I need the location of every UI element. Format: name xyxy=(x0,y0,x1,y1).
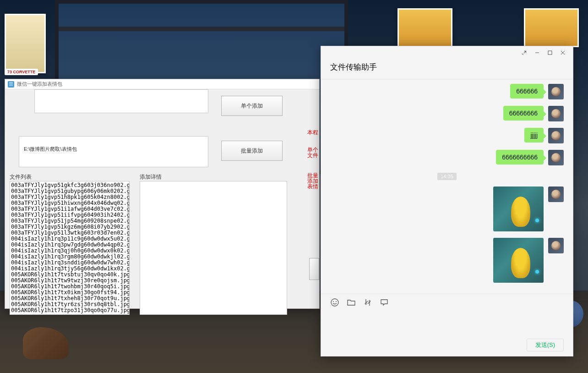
avatar[interactable] xyxy=(548,128,564,143)
chat-toolbar xyxy=(321,294,573,310)
hint-text: 本程 xyxy=(307,129,318,137)
message-bubble[interactable]: 666666 xyxy=(510,84,544,99)
send-button[interactable]: 发送(S) xyxy=(527,339,564,351)
bg-poster xyxy=(5,14,46,73)
message-bubble[interactable]: jjjjj xyxy=(524,128,544,143)
wechat-window: 文件传输助手 666666 66666666 jjjjj 6666666666 … xyxy=(321,46,573,357)
message-row xyxy=(330,186,564,231)
tool-titlebar[interactable]: 微信一键添加表情包 xyxy=(5,79,319,89)
svg-point-6 xyxy=(369,300,370,302)
message-row: jjjjj xyxy=(330,128,564,143)
emoji-icon[interactable] xyxy=(330,298,339,307)
batch-path-input[interactable]: E:\微博图片爬取\表情包 xyxy=(19,136,208,167)
avatar[interactable] xyxy=(548,106,564,121)
chat-input[interactable]: 发送(S) xyxy=(321,310,573,356)
close-button[interactable] xyxy=(556,48,569,57)
chat-history-icon[interactable] xyxy=(380,298,389,307)
app-icon xyxy=(8,81,14,88)
message-row: 666666 xyxy=(330,84,564,99)
svg-point-5 xyxy=(365,303,367,304)
file-list[interactable]: 003aTFYJly1gvp51gkfc3g603j036no902.gif00… xyxy=(10,181,130,315)
file-list-label: 文件列表 xyxy=(10,173,32,181)
pin-button[interactable] xyxy=(518,48,531,57)
emoji-tool-window: 微信一键添加表情包 单个添加 E:\微博图片爬取\表情包 批量添加 本程 单个 … xyxy=(5,79,320,309)
screenshot-icon[interactable] xyxy=(363,298,372,307)
svg-point-3 xyxy=(333,301,334,302)
message-bubble[interactable]: 66666666 xyxy=(503,106,544,121)
avatar[interactable] xyxy=(548,186,564,202)
bg-poster xyxy=(524,8,579,47)
tool-title: 微信一键添加表情包 xyxy=(17,81,62,88)
message-bubble[interactable]: 6666666666 xyxy=(496,150,544,165)
message-row: 6666666666 xyxy=(330,150,564,165)
maximize-button[interactable] xyxy=(544,48,556,57)
message-row: 66666666 xyxy=(330,106,564,121)
timestamp: 14:35 xyxy=(330,172,564,180)
avatar[interactable] xyxy=(548,150,564,165)
bg-poster xyxy=(397,8,452,47)
file-item[interactable]: 005AKOR6ly1h1t7tzpo31j30qo0qo77u.jpg xyxy=(11,307,128,313)
chat-title: 文件传输助手 xyxy=(321,59,573,79)
message-image[interactable] xyxy=(493,186,544,231)
bg-plate: 73 CORVETTE xyxy=(5,69,38,75)
add-single-button[interactable]: 单个添加 xyxy=(221,96,283,116)
avatar[interactable] xyxy=(548,238,564,253)
message-area[interactable]: 666666 66666666 jjjjj 6666666666 14:35 xyxy=(321,79,573,294)
folder-icon[interactable] xyxy=(347,298,356,307)
svg-point-4 xyxy=(336,301,337,302)
hint-text: 文件 xyxy=(307,152,318,159)
single-path-input[interactable] xyxy=(34,89,208,113)
side-button[interactable] xyxy=(309,258,319,280)
minimize-button[interactable] xyxy=(531,48,544,57)
add-batch-button[interactable]: 批量添加 xyxy=(221,141,283,161)
svg-point-2 xyxy=(331,299,338,306)
detail-box[interactable] xyxy=(140,181,287,315)
message-image[interactable] xyxy=(493,238,544,283)
message-row xyxy=(330,238,564,283)
avatar[interactable] xyxy=(548,84,564,99)
chat-titlebar[interactable] xyxy=(321,46,573,59)
detail-label: 添加详情 xyxy=(140,173,162,181)
svg-rect-1 xyxy=(548,51,552,55)
hint-text: 表情 xyxy=(307,183,318,191)
